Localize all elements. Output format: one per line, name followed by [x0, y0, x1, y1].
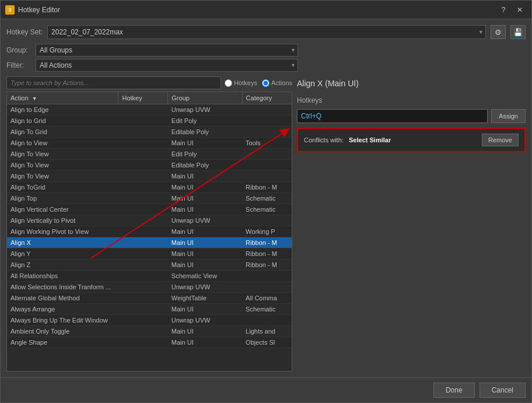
table-cell-action: Align ToGrid [7, 182, 118, 193]
table-row[interactable]: Always ArrangeMain UISchematic [7, 304, 292, 315]
hotkey-set-label: Hotkey Set: [6, 28, 43, 36]
hotkey-set-wrapper: 2022_02_07_2022max ▼ [47, 25, 486, 39]
remove-button[interactable]: Remove [482, 134, 519, 146]
filter-select[interactable]: All Actions [36, 59, 298, 72]
search-input[interactable] [6, 76, 221, 89]
col-header-action[interactable]: Action ▼ [7, 92, 118, 104]
table-row[interactable]: Align to EdgeUnwrap UVW [7, 104, 292, 115]
conflict-text: Conflicts with: Select Similar [304, 136, 391, 143]
table-row[interactable]: Align ZMain UIRibbon - M [7, 260, 292, 271]
action-sort-icon: ▼ [32, 96, 37, 101]
table-cell-group: Schematic View [168, 271, 242, 282]
table-cell-hotkey [118, 149, 168, 160]
table-row[interactable]: Align to ViewMain UITools [7, 138, 292, 149]
table-cell-action: Align To View [7, 149, 118, 160]
dialog-content: Hotkey Set: 2022_02_07_2022max ▼ ⚙ 💾 Gro… [1, 19, 531, 377]
table-cell-hotkey [118, 104, 168, 115]
group-filter-select[interactable]: All Groups [36, 44, 298, 57]
close-button[interactable]: ✕ [513, 4, 527, 16]
hotkey-input[interactable] [297, 109, 488, 123]
table-row[interactable]: Align To ViewEdit Poly [7, 149, 292, 160]
table-row[interactable]: All RelationshipsSchematic View [7, 271, 292, 282]
actions-table-wrapper[interactable]: Action ▼ Hotkey Group Cate [6, 92, 292, 372]
table-cell-hotkey [118, 248, 168, 260]
table-row[interactable]: Align to GridEdit Poly [7, 115, 292, 127]
table-cell-category: Schematic [242, 304, 292, 315]
action-filter-label: Filter: [6, 61, 31, 69]
table-cell-action: Align To Grid [7, 127, 118, 138]
title-bar: 3 Hotkey Editor ? ✕ [1, 1, 531, 19]
table-cell-category [242, 104, 292, 115]
hotkey-input-row: Assign [297, 109, 526, 123]
table-row[interactable]: Align To ViewEditable Poly [7, 160, 292, 171]
table-row[interactable]: Align To GridEditable Poly [7, 127, 292, 138]
search-and-radio: Hotkeys Actions [6, 76, 292, 89]
table-cell-category: Ribbon - M [242, 248, 292, 260]
col-header-category[interactable]: Category [242, 92, 292, 104]
table-cell-category: Lights and [242, 326, 292, 337]
table-row[interactable]: Allow Selections Inside Tranform ...Unwr… [7, 282, 292, 293]
table-row[interactable]: Align ToGridMain UIRibbon - M [7, 182, 292, 193]
group-filter-row: Group: All Groups ▼ [6, 44, 526, 57]
radio-group: Hotkeys Actions [225, 79, 292, 87]
dialog-title: Hotkey Editor [18, 6, 60, 14]
table-cell-hotkey [118, 271, 168, 282]
done-button[interactable]: Done [433, 383, 475, 398]
col-header-group[interactable]: Group [168, 92, 242, 104]
table-row[interactable]: Align Vertical CenterMain UISchematic [7, 204, 292, 215]
hotkeys-radio-label[interactable]: Hotkeys [225, 79, 257, 87]
settings-button[interactable]: ⚙ [491, 25, 506, 39]
table-body: Align to EdgeUnwrap UVWAlign to GridEdit… [7, 104, 292, 348]
table-cell-group: Unwrap UVW [168, 315, 242, 326]
table-row[interactable]: Align Working Pivot to ViewMain UIWorkin… [7, 226, 292, 237]
table-cell-group: Main UI [168, 204, 242, 215]
table-row[interactable]: Angle ShapeMain UIObjects Sl [7, 337, 292, 348]
table-row[interactable]: Align TopMain UISchematic [7, 193, 292, 204]
table-row[interactable]: Align Vertically to PivotUnwrap UVW [7, 215, 292, 226]
assign-button[interactable]: Assign [491, 109, 526, 123]
table-cell-action: Allow Selections Inside Tranform ... [7, 282, 118, 293]
table-cell-action: Align Top [7, 193, 118, 204]
actions-radio-label[interactable]: Actions [262, 79, 292, 87]
table-cell-category: Ribbon - M [242, 182, 292, 193]
actions-table: Action ▼ Hotkey Group Cate [7, 92, 292, 348]
table-cell-group: Main UI [168, 138, 242, 149]
table-row[interactable]: Always Bring Up The Edit WindowUnwrap UV… [7, 315, 292, 326]
table-cell-hotkey [118, 160, 168, 171]
table-cell-hotkey [118, 182, 168, 193]
table-cell-hotkey [118, 315, 168, 326]
category-header-text: Category [246, 94, 272, 101]
table-row[interactable]: Align YMain UIRibbon - M [7, 248, 292, 260]
table-cell-action: Alternate Global Method [7, 293, 118, 304]
hotkeys-radio[interactable] [225, 79, 232, 87]
col-header-hotkey[interactable]: Hotkey [118, 92, 168, 104]
filter-combo-wrapper: All Actions ▼ [36, 59, 298, 72]
action-filter-row: Filter: All Actions ▼ [6, 59, 526, 72]
save-button[interactable]: 💾 [510, 25, 526, 39]
table-cell-group: Main UI [168, 226, 242, 237]
table-cell-group: Main UI [168, 337, 242, 348]
table-cell-action: Align to View [7, 138, 118, 149]
help-button[interactable]: ? [496, 4, 510, 16]
table-cell-group: Unwrap UVW [168, 215, 242, 226]
table-cell-hotkey [118, 293, 168, 304]
table-cell-action: Align Vertically to Pivot [7, 215, 118, 226]
table-cell-action: Align To View [7, 160, 118, 171]
table-cell-action: Align Z [7, 260, 118, 271]
table-cell-group: Main UI [168, 193, 242, 204]
table-cell-category [242, 149, 292, 160]
table-row[interactable]: Align XMain UIRibbon - M [7, 237, 292, 248]
table-row[interactable]: Alternate Global MethodWeightTableAll Co… [7, 293, 292, 304]
table-row[interactable]: Align To ViewMain UI [7, 171, 292, 182]
actions-radio[interactable] [262, 79, 270, 87]
table-row[interactable]: Ambient Only ToggleMain UILights and [7, 326, 292, 337]
table-cell-category: Tools [242, 138, 292, 149]
table-header-row: Action ▼ Hotkey Group Cate [7, 92, 292, 104]
table-cell-action: Align To View [7, 171, 118, 182]
table-cell-category [242, 271, 292, 282]
table-cell-action: Align Y [7, 248, 118, 260]
table-cell-hotkey [118, 138, 168, 149]
table-cell-hotkey [118, 204, 168, 215]
cancel-button[interactable]: Cancel [480, 383, 526, 398]
hotkey-set-select[interactable]: 2022_02_07_2022max [47, 25, 486, 39]
